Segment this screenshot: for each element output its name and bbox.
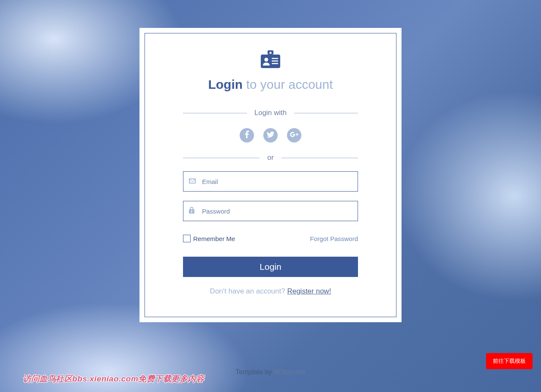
social-login-row <box>183 128 358 143</box>
svg-rect-6 <box>272 63 278 64</box>
email-icon <box>189 178 196 185</box>
divider-line <box>281 158 358 158</box>
register-prompt: Don't have an account? Register now! <box>183 287 358 296</box>
login-card: Login to your account Login with <box>139 28 402 322</box>
watermark-text: 访问血鸟社区bbs.xieniao.com免费下载更多内容 <box>23 373 204 384</box>
register-link[interactable]: Register now! <box>287 287 331 295</box>
id-badge-icon <box>260 50 281 71</box>
login-card-inner: Login to your account Login with <box>145 33 396 317</box>
remember-me-label[interactable]: Remember Me <box>183 235 235 242</box>
remember-me-checkbox[interactable] <box>183 235 191 242</box>
footer-credit-link[interactable]: W3layouts <box>274 368 306 376</box>
email-field-wrap <box>183 171 358 192</box>
facebook-icon <box>245 131 249 140</box>
svg-point-3 <box>265 58 268 62</box>
svg-rect-4 <box>272 58 278 59</box>
password-field-wrap <box>183 201 358 221</box>
twitter-login-button[interactable] <box>263 128 278 143</box>
divider-line <box>294 113 358 113</box>
login-button[interactable]: Login <box>183 257 358 277</box>
google-plus-login-button[interactable] <box>287 128 301 143</box>
svg-point-2 <box>270 52 272 54</box>
divider-text: Login with <box>254 109 287 117</box>
download-template-button[interactable]: 前往下载模板 <box>486 353 533 369</box>
remember-me-text: Remember Me <box>193 235 235 242</box>
title-bold: Login <box>208 77 243 91</box>
divider-line <box>183 158 260 158</box>
lock-icon <box>189 207 194 215</box>
divider-line <box>183 113 247 113</box>
register-prompt-text: Don't have an account? <box>210 287 287 295</box>
google-plus-icon <box>290 131 298 140</box>
title-rest: to your account <box>243 77 333 91</box>
facebook-login-button[interactable] <box>240 128 254 143</box>
footer-prefix: Template by <box>235 368 274 376</box>
divider-login-with: Login with <box>183 109 358 117</box>
page-title: Login to your account <box>183 77 358 92</box>
svg-rect-5 <box>272 60 278 62</box>
divider-or: or <box>183 154 358 162</box>
password-field[interactable] <box>183 201 358 221</box>
email-field[interactable] <box>183 171 358 192</box>
divider-text: or <box>267 154 273 162</box>
login-options-row: Remember Me Forgot Password <box>183 235 358 242</box>
twitter-icon <box>267 132 274 140</box>
forgot-password-link[interactable]: Forgot Password <box>310 235 358 242</box>
